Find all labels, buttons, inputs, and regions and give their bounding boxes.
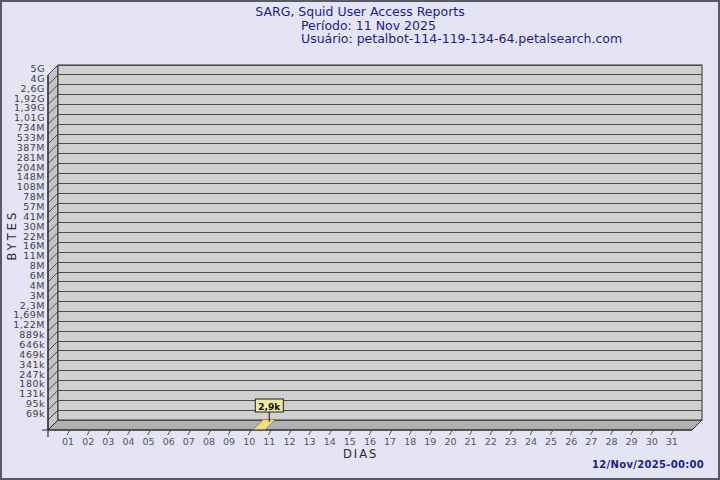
x-tick-label: 17 (384, 436, 396, 447)
x-tick (490, 430, 493, 435)
x-tick-label: 07 (183, 436, 195, 447)
x-tick-label: 22 (485, 436, 497, 447)
x-tick (409, 430, 412, 435)
x-tick (550, 430, 553, 435)
x-tick (268, 430, 271, 435)
x-tick-label: 29 (626, 436, 638, 447)
x-tick-label: 15 (344, 436, 356, 447)
x-tick-label: 31 (666, 436, 678, 447)
data-label-text: 2,9k (258, 402, 281, 412)
x-tick-label: 09 (223, 436, 235, 447)
x-tick-label: 03 (102, 436, 114, 447)
x-tick (590, 430, 593, 435)
daily-bytes-chart: 5G4G2,6G1,92G1,39G1,01G734M533M387M281M2… (2, 2, 718, 478)
x-tick (107, 430, 110, 435)
sarg-report-page: SARG, Squid User Access Reports Período:… (0, 0, 720, 480)
x-tick-label: 20 (444, 436, 456, 447)
x-tick (631, 430, 634, 435)
x-tick (510, 430, 513, 435)
x-tick (127, 430, 130, 435)
x-tick-label: 05 (143, 436, 155, 447)
x-tick-label: 21 (465, 436, 477, 447)
x-tick (329, 430, 332, 435)
x-tick-label: 26 (565, 436, 577, 447)
x-tick-label: 13 (304, 436, 316, 447)
x-tick-label: 12 (283, 436, 295, 447)
report-timestamp: 12/Nov/2025-00:00 (592, 459, 704, 470)
x-tick-label: 10 (243, 436, 255, 447)
x-tick-label: 06 (163, 436, 175, 447)
x-tick-label: 18 (404, 436, 416, 447)
x-tick (530, 430, 533, 435)
x-tick-label: 01 (62, 436, 74, 447)
x-tick (671, 430, 674, 435)
x-tick (87, 430, 90, 435)
x-tick (288, 430, 291, 435)
x-tick (570, 430, 573, 435)
x-axis-title: DIAS (343, 447, 378, 461)
x-tick-label: 25 (545, 436, 557, 447)
x-tick (309, 430, 312, 435)
x-tick-label: 27 (585, 436, 597, 447)
x-tick-label: 02 (82, 436, 94, 447)
x-tick-label: 14 (324, 436, 336, 447)
x-tick (67, 430, 70, 435)
x-tick (610, 430, 613, 435)
x-tick (168, 430, 171, 435)
x-tick (369, 430, 372, 435)
x-tick-label: 08 (203, 436, 215, 447)
x-tick (248, 430, 251, 435)
y-axis-title: BYTES (5, 205, 19, 265)
x-tick (208, 430, 211, 435)
x-tick-label: 11 (263, 436, 275, 447)
x-tick-label: 19 (424, 436, 436, 447)
chart-floor (48, 420, 702, 430)
x-tick-label: 16 (364, 436, 376, 447)
x-tick-label: 23 (505, 436, 517, 447)
x-tick (188, 430, 191, 435)
x-tick-label: 24 (525, 436, 537, 447)
x-tick (389, 430, 392, 435)
x-tick (470, 430, 473, 435)
x-tick (429, 430, 432, 435)
x-tick-label: 28 (605, 436, 617, 447)
x-tick (449, 430, 452, 435)
x-tick (349, 430, 352, 435)
x-tick (651, 430, 654, 435)
x-tick-label: 30 (646, 436, 658, 447)
x-tick (228, 430, 231, 435)
x-tick-label: 04 (122, 436, 134, 447)
x-tick (148, 430, 151, 435)
y-tick-label: 69k (26, 408, 45, 419)
